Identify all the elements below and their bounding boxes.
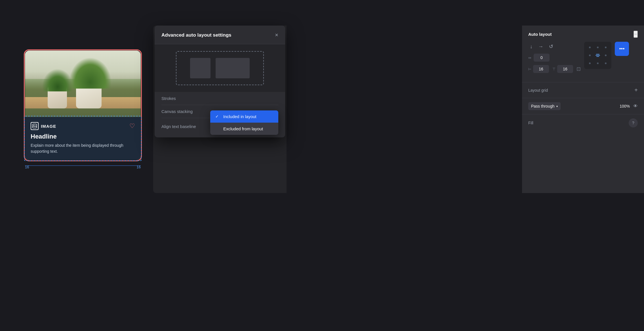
grid-cell-br bbox=[602, 60, 609, 67]
padding-h-group: ⊢ bbox=[528, 65, 549, 73]
auto-layout-section: Auto layout − ↓ → ↺ ⇔ ⊢ bbox=[522, 26, 644, 82]
modal-preview-area bbox=[155, 44, 285, 92]
card-tag-row: IMAGE ♡ bbox=[31, 122, 135, 130]
svg-point-1 bbox=[33, 125, 34, 126]
chevron-down-icon: ▾ bbox=[556, 105, 558, 108]
spacing-left-label: 16 bbox=[25, 165, 29, 169]
opacity-value: 100% bbox=[620, 104, 630, 108]
pass-through-row: Pass through ▾ 100% 👁 bbox=[522, 98, 644, 114]
advanced-layout-modal: Advanced auto layout settings × Strokes … bbox=[155, 26, 285, 137]
direction-row: ↓ → ↺ ⇔ ⊢ ⊤ bbox=[528, 42, 638, 73]
right-panel: Auto layout − ↓ → ↺ ⇔ ⊢ bbox=[522, 26, 644, 193]
modal-header: Advanced auto layout settings × bbox=[155, 26, 285, 44]
fill-section: Fill ? bbox=[522, 114, 644, 131]
more-options-btn[interactable]: ••• bbox=[615, 42, 629, 56]
heart-icon: ♡ bbox=[129, 122, 135, 130]
direction-wrap-btn[interactable]: ↺ bbox=[547, 42, 555, 51]
padding-v-icon: ⊤ bbox=[552, 67, 555, 71]
grid-cell-mr bbox=[602, 52, 609, 59]
grid-cell-tl bbox=[586, 44, 593, 51]
grid-cell-bc bbox=[594, 60, 601, 67]
grid-cell-tc bbox=[594, 44, 601, 51]
card-content: IMAGE ♡ Headline Explain more about the … bbox=[25, 117, 141, 160]
padding-h-input[interactable] bbox=[533, 65, 549, 73]
preview-box-small bbox=[190, 58, 211, 78]
preview-box-large bbox=[216, 58, 250, 78]
pass-through-select[interactable]: Pass through ▾ bbox=[528, 102, 561, 110]
direction-down-btn[interactable]: ↓ bbox=[528, 42, 534, 51]
more-dots-icon: ••• bbox=[619, 46, 625, 52]
padding-v-group: ⊤ bbox=[552, 65, 573, 73]
direction-buttons: ↓ → ↺ ⇔ ⊢ ⊤ bbox=[528, 42, 581, 73]
strokes-dropdown-menu: ✓ Included in layout Excluded from layou… bbox=[210, 110, 278, 135]
direction-btn-row-1: ↓ → ↺ bbox=[528, 42, 581, 51]
grid-cell-ml bbox=[586, 52, 593, 59]
modal-title: Advanced auto layout settings bbox=[161, 32, 231, 38]
excluded-label: Excluded from layout bbox=[223, 126, 263, 131]
card-tag-label: IMAGE bbox=[41, 124, 56, 129]
layout-grid-label: Layout grid bbox=[528, 88, 548, 93]
align-text-label: Align text baseline bbox=[161, 124, 207, 129]
grid-cell-mc bbox=[594, 52, 601, 59]
excluded-option[interactable]: Excluded from layout bbox=[210, 123, 278, 135]
padding-row: ⊢ ⊤ ⊡ bbox=[528, 65, 581, 73]
card-image bbox=[25, 51, 141, 117]
resize-icon: ⊡ bbox=[576, 66, 581, 72]
padding-h-icon: ⊢ bbox=[528, 67, 531, 71]
strokes-label: Strokes bbox=[161, 96, 207, 101]
visibility-icon[interactable]: 👁 bbox=[633, 104, 638, 109]
included-label: Included in layout bbox=[223, 114, 256, 119]
modal-close-button[interactable]: × bbox=[275, 32, 278, 38]
fill-help-btn[interactable]: ? bbox=[629, 118, 638, 127]
modal-rows: Strokes ✓ Included in layout Excluded fr… bbox=[155, 92, 285, 137]
auto-layout-header: Auto layout − bbox=[528, 31, 638, 38]
fill-label: Fill bbox=[528, 121, 533, 125]
spacing-input[interactable] bbox=[534, 54, 550, 62]
spacing-row: ⇔ bbox=[528, 54, 581, 62]
auto-layout-remove-btn[interactable]: − bbox=[634, 31, 638, 38]
card-headline: Headline bbox=[31, 133, 135, 140]
grid-cell-bl bbox=[586, 60, 593, 67]
grid-cell-tr bbox=[602, 44, 609, 51]
canvas-stacking-label: Canvas stacking bbox=[161, 109, 207, 114]
layout-grid-section: Layout grid + bbox=[522, 82, 644, 98]
help-icon: ? bbox=[632, 121, 634, 125]
check-icon: ✓ bbox=[215, 114, 220, 119]
spacing-right-label: 16 bbox=[137, 165, 141, 169]
pass-through-label: Pass through bbox=[531, 104, 555, 108]
direction-right-btn[interactable]: → bbox=[536, 42, 545, 51]
grid-align-group bbox=[584, 42, 611, 69]
grid-control[interactable] bbox=[584, 42, 611, 69]
padding-v-input[interactable] bbox=[557, 65, 573, 73]
auto-layout-title: Auto layout bbox=[528, 32, 552, 37]
spacing-line bbox=[25, 166, 141, 166]
strokes-row: Strokes ✓ Included in layout Excluded fr… bbox=[161, 92, 278, 105]
spacing-h-icon: ⇔ bbox=[528, 56, 531, 60]
card: IMAGE ♡ Headline Explain more about the … bbox=[25, 51, 141, 160]
included-option[interactable]: ✓ Included in layout bbox=[210, 110, 278, 123]
layout-grid-add-btn[interactable]: + bbox=[634, 87, 638, 93]
resize-icon-group: ⊡ bbox=[576, 65, 581, 73]
card-description: Explain more about the item being displa… bbox=[31, 143, 135, 154]
image-icon bbox=[31, 122, 39, 130]
preview-container bbox=[176, 51, 264, 85]
